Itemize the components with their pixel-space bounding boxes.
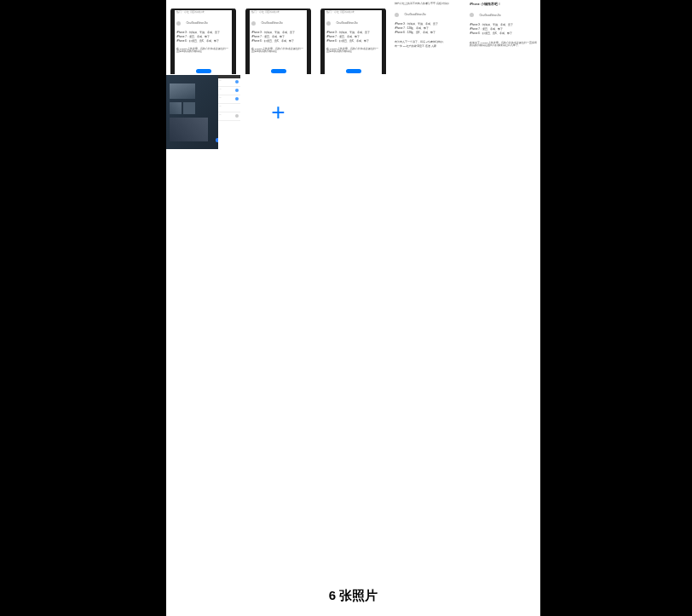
photo-thumbnail[interactable]: 热门 · 小红书通讯录好友 ChatGoodNewsGo iPhone X：刘海… bbox=[166, 0, 240, 74]
photo-thumbnail[interactable]: 热门 · 小红书通讯录好友 ChatGoodNewsGo iPhone X：刘海… bbox=[316, 0, 390, 74]
thumb-username: ChatGoodNewsGo bbox=[261, 21, 282, 25]
photo-thumbnail[interactable]: 热门 · 小红书通讯录好友 ChatGoodNewsGo iPhone X：刘海… bbox=[241, 0, 315, 74]
thumb-action-button bbox=[271, 69, 286, 73]
thumb-action-button bbox=[346, 69, 361, 73]
thumb-username: ChatGoodNewsGo bbox=[186, 21, 207, 25]
thumb-username: ChatGoodNewsGo bbox=[336, 21, 357, 25]
thumb-paragraph: 在使用了 iPhone6上的文章，我的心得体会还是值得一直保留的我的仅限用这些因… bbox=[468, 41, 539, 49]
thumb-paragraph: 在 iPhone6上的文章，我的心得体会还是值得一直保留的我的仅限用这 bbox=[175, 47, 232, 55]
photo-thumbnail[interactable]: 特色小红上的话不同地方的看法等等 我想对你好 ChatGoodNewsGo iP… bbox=[391, 0, 465, 74]
add-photo-button[interactable]: + bbox=[241, 75, 315, 149]
photo-count-label: 6 张照片 bbox=[166, 588, 540, 604]
photo-thumbnail[interactable]: — — — — — bbox=[166, 75, 240, 149]
avatar-icon bbox=[326, 21, 331, 26]
plus-icon: + bbox=[271, 99, 285, 126]
photo-grid: 热门 · 小红书通讯录好友 ChatGoodNewsGo iPhone X：刘海… bbox=[166, 0, 540, 149]
photo-library-view: 热门 · 小红书通讯录好友 ChatGoodNewsGo iPhone X：刘海… bbox=[166, 0, 540, 616]
avatar-icon bbox=[176, 21, 181, 26]
thumb-paragraph: 在 iPhone6上的文章，我的心得体会还是值得一直保留的我的仅限用这 bbox=[250, 47, 307, 55]
thumb-username: ChatGoodNewsGo bbox=[404, 13, 425, 16]
avatar-icon bbox=[470, 13, 474, 17]
thumb-username: ChatGoodNewsGo bbox=[479, 14, 500, 17]
avatar-icon bbox=[251, 21, 256, 26]
thumb-paragraph: 在 iPhone6上的文章，我的心得体会还是值得一直保留的我的仅限用这 bbox=[325, 47, 382, 55]
thumb-paragraph: 有一件 Pro 红色的能满意不 通透 人家 bbox=[393, 44, 464, 49]
thumb-action-button bbox=[196, 69, 211, 73]
avatar-icon bbox=[395, 13, 399, 17]
photo-thumbnail[interactable]: iPhone 小编推荐吧！ ChatGoodNewsGo iPhone X：刘海… bbox=[466, 0, 540, 74]
